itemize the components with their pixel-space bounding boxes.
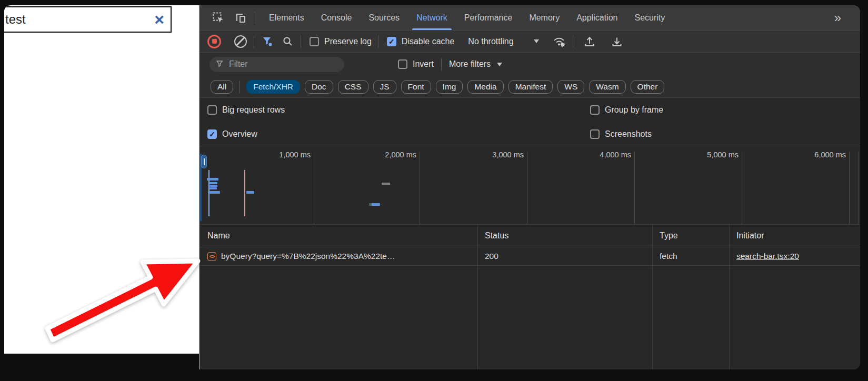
overview-drag-handle[interactable] (201, 155, 207, 168)
overview-request-bar (208, 191, 220, 194)
overview-toggle[interactable]: ✓ Overview (204, 129, 590, 139)
screenshots-checkbox[interactable]: ✓ (590, 129, 600, 139)
timeline-right-border (858, 152, 859, 224)
tab-security[interactable]: Security (626, 5, 673, 30)
chip-js[interactable]: JS (373, 80, 396, 94)
chip-ws[interactable]: WS (557, 80, 584, 94)
tab-performance[interactable]: Performance (456, 5, 521, 30)
export-har-icon[interactable] (610, 35, 624, 48)
chip-separator (240, 81, 240, 93)
timeline-tick-label: 4,000 ms (547, 151, 631, 159)
chip-font[interactable]: Font (401, 80, 431, 94)
screenshots-toggle[interactable]: ✓ Screenshots (590, 129, 652, 139)
invert-toggle[interactable]: ✓ Invert (398, 59, 434, 69)
tab-console[interactable]: Console (313, 5, 361, 30)
filter-toggle-icon[interactable] (261, 35, 274, 48)
clear-search-icon[interactable]: × (154, 11, 171, 28)
tabbar-separator (255, 12, 255, 24)
filter-placeholder: Filter (229, 59, 248, 69)
overview-request-bar (207, 178, 218, 181)
device-toolbar-icon[interactable] (234, 11, 247, 25)
overview-checkbox[interactable]: ✓ (207, 129, 217, 139)
request-row[interactable]: <> byQuery?query=%7B%22json%22%3A%22te… … (200, 247, 860, 266)
network-toolbar: ✓ Preserve log ✓ Disable cache No thrott… (200, 31, 860, 53)
tab-sources[interactable]: Sources (360, 5, 408, 30)
filter-input[interactable]: Filter (209, 57, 344, 72)
overview-request-bar (209, 185, 217, 187)
column-divider[interactable] (652, 225, 653, 369)
timeline-gridline (742, 152, 742, 224)
network-overview-timeline[interactable]: 1,000 ms2,000 ms3,000 ms4,000 ms5,000 ms… (200, 146, 860, 225)
filter-row: Filter ✓ Invert More filters (200, 53, 860, 76)
big-request-rows-toggle[interactable]: ✓ Big request rows (204, 105, 590, 115)
overview-label: Overview (222, 129, 257, 139)
chip-manifest[interactable]: Manifest (508, 80, 553, 94)
timeline-tick-label: 1,000 ms (226, 151, 311, 159)
request-name[interactable]: byQuery?query=%7B%22json%22%3A%22te… (221, 252, 395, 261)
record-network-log-button[interactable] (207, 35, 221, 48)
timeline-tick-label: 3,000 ms (440, 151, 524, 159)
chip-img[interactable]: Img (436, 80, 463, 94)
chevron-down-icon (497, 63, 502, 66)
chevron-down-icon (534, 39, 539, 43)
chip-all[interactable]: All (211, 80, 233, 94)
overview-request-bar (246, 191, 254, 194)
filter-funnel-icon (216, 60, 224, 68)
throttling-select[interactable]: No throttling (468, 37, 538, 46)
group-by-frame-label: Group by frame (605, 105, 663, 115)
tab-elements[interactable]: Elements (261, 5, 313, 30)
column-header-name[interactable]: Name (200, 231, 477, 240)
overview-request-bar (209, 182, 217, 184)
chip-doc[interactable]: Doc (305, 80, 333, 94)
timeline-gridline (849, 152, 850, 224)
chip-css[interactable]: CSS (338, 80, 368, 94)
chip-fetchxhr[interactable]: Fetch/XHR (246, 80, 300, 94)
timeline-tick-label: 5,000 ms (654, 151, 739, 159)
search-input-value[interactable]: test (4, 12, 154, 27)
devtools-panel: ElementsConsoleSourcesNetworkPerformance… (199, 5, 860, 369)
search-icon[interactable] (281, 35, 294, 48)
big-request-rows-checkbox[interactable]: ✓ (207, 105, 217, 115)
disable-cache-toggle[interactable]: ✓ Disable cache (387, 37, 455, 46)
devtools-tabbar: ElementsConsoleSourcesNetworkPerformance… (200, 5, 860, 31)
column-header-initiator[interactable]: Initiator (729, 231, 860, 240)
preserve-log-toggle[interactable]: ✓ Preserve log (310, 37, 372, 46)
more-filters-button[interactable]: More filters (449, 59, 502, 69)
request-type: fetch (652, 252, 729, 261)
group-by-frame-toggle[interactable]: ✓ Group by frame (590, 105, 663, 115)
request-initiator-link[interactable]: search-bar.tsx:20 (736, 252, 799, 260)
group-by-frame-checkbox[interactable]: ✓ (590, 105, 600, 115)
big-request-rows-label: Big request rows (222, 105, 285, 115)
search-input[interactable]: test × (4, 6, 172, 33)
preserve-log-label: Preserve log (324, 37, 372, 46)
network-conditions-icon[interactable] (553, 35, 566, 48)
disable-cache-checkbox[interactable]: ✓ (387, 37, 396, 46)
browser-window: test × ElementsConsoleSourcesNetworkPerf… (4, 5, 860, 369)
options-row-1: ✓ Big request rows ✓ Group by frame (200, 98, 860, 122)
page-panel: test × (4, 5, 199, 354)
more-tabs-icon[interactable]: » (834, 11, 840, 25)
chip-wasm[interactable]: Wasm (589, 80, 625, 94)
tab-memory[interactable]: Memory (521, 5, 568, 30)
clear-network-log-button[interactable] (234, 35, 247, 48)
tab-strip: ElementsConsoleSourcesNetworkPerformance… (261, 5, 673, 30)
column-divider[interactable] (477, 225, 478, 369)
request-type-chips: AllFetch/XHRDocCSSJSFontImgMediaManifest… (200, 76, 860, 98)
disable-cache-label: Disable cache (402, 37, 455, 46)
invert-label: Invert (413, 59, 434, 69)
tab-application[interactable]: Application (568, 5, 626, 30)
column-divider[interactable] (729, 225, 730, 369)
chip-media[interactable]: Media (467, 80, 503, 94)
inspect-element-icon[interactable] (212, 11, 225, 25)
overview-request-bar (372, 203, 380, 206)
column-header-type[interactable]: Type (652, 231, 729, 240)
import-har-icon[interactable] (583, 35, 596, 48)
invert-checkbox[interactable]: ✓ (398, 59, 407, 69)
timeline-gridline (527, 152, 527, 224)
chip-other[interactable]: Other (631, 80, 665, 94)
request-status: 200 (477, 252, 652, 261)
column-header-status[interactable]: Status (477, 231, 652, 240)
preserve-log-checkbox[interactable]: ✓ (310, 37, 319, 46)
timeline-gridline (314, 152, 314, 224)
tab-network[interactable]: Network (408, 5, 456, 30)
